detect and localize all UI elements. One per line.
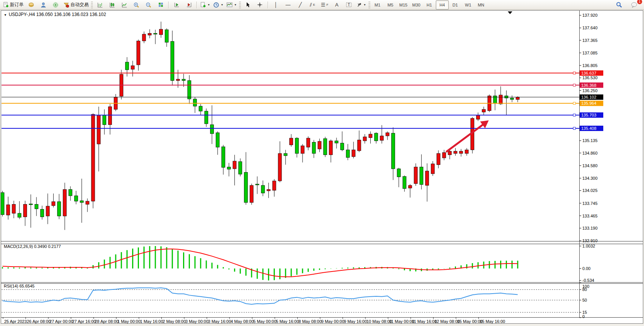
price-tick-label: 137.365 xyxy=(582,38,598,43)
timeframe-buttons: M1M5M15M30H1H4D1W1MN xyxy=(371,0,488,10)
zoom-out-button[interactable] xyxy=(142,0,155,10)
text-button[interactable]: A xyxy=(331,0,343,10)
macd-tick-label: -0.534 xyxy=(582,278,594,283)
price-tick-label: 136.250 xyxy=(582,88,598,93)
rsi-tick-label: 0 xyxy=(582,314,585,319)
price-tick-label: 133.465 xyxy=(582,214,598,218)
tab-timeframe-mn[interactable]: MN xyxy=(475,0,488,10)
trendline-button[interactable]: ╱ xyxy=(294,0,306,10)
chevron-down-icon: ▼ xyxy=(207,3,210,6)
price-tick-label: 132.910 xyxy=(582,238,598,243)
time-tick-label: 28 Apr 08:00 xyxy=(95,319,118,324)
auto-trading-icon xyxy=(63,2,69,8)
new-chart-button[interactable]: ▼ xyxy=(199,0,212,10)
auto-trading-label: 自动交易 xyxy=(70,2,89,8)
tab-timeframe-h4[interactable]: H4 xyxy=(436,0,449,10)
fibonacci-icon: ☰ xyxy=(321,2,325,7)
periods-button[interactable]: ▼ xyxy=(212,0,225,10)
bar-chart-icon xyxy=(97,2,103,8)
price-tick-label: 137.085 xyxy=(582,51,598,55)
toolbar-grip[interactable] xyxy=(91,2,93,8)
time-tick-label: 9 May 00:00 xyxy=(321,319,344,324)
fibonacci-button[interactable]: ☰F xyxy=(319,0,331,10)
price-tick-label: 136.805 xyxy=(582,63,598,68)
chat-button[interactable]: 1 xyxy=(628,0,640,10)
indicators-icon xyxy=(226,2,233,8)
time-tick-label: 1 May 00:00 xyxy=(118,319,141,324)
horizontal-line-button[interactable]: — xyxy=(282,0,294,10)
macd-tick-label: 1.0032 xyxy=(582,244,595,248)
indicators-button[interactable]: ▼ xyxy=(225,0,238,10)
tab-timeframe-h1[interactable]: H1 xyxy=(423,0,436,10)
signals-icon xyxy=(53,2,59,8)
cursor-icon xyxy=(245,2,250,8)
crosshair-button[interactable] xyxy=(254,0,266,10)
candle-chart-button[interactable] xyxy=(106,0,118,10)
price-tag-label: 135.703 xyxy=(581,113,596,117)
tile-windows-button[interactable] xyxy=(155,0,167,10)
time-tick-label: 11 May 00:00 xyxy=(389,319,414,324)
time-tick-label: 2 May 08:00 xyxy=(163,319,186,324)
chart-canvas[interactable]: 137.920137.640137.365137.085136.805136.5… xyxy=(0,0,644,326)
price-tick-label: 133.745 xyxy=(582,201,598,206)
time-tick-label: 12 May 08:00 xyxy=(435,319,460,324)
quotes-button[interactable] xyxy=(25,0,37,10)
bar-chart-button[interactable] xyxy=(94,0,106,10)
vertical-line-button[interactable]: │ xyxy=(270,0,282,10)
line-chart-icon xyxy=(121,2,127,8)
vertical-line-icon: │ xyxy=(274,2,277,7)
tab-timeframe-m5[interactable]: M5 xyxy=(384,0,397,10)
signals-button[interactable] xyxy=(49,0,62,10)
auto-trading-button[interactable]: 自动交易 xyxy=(62,0,90,10)
auto-scroll-icon xyxy=(174,2,180,8)
trendline-icon: ╱ xyxy=(299,2,302,7)
new-order-icon xyxy=(3,2,9,8)
toolbar-grip[interactable] xyxy=(368,2,370,8)
macd-tick-label: 0.00 xyxy=(582,266,590,271)
label-button[interactable]: T xyxy=(343,0,355,10)
market-watch-button[interactable] xyxy=(37,0,49,10)
auto-scroll-button[interactable] xyxy=(171,0,183,10)
time-tick-label: 5 May 00:00 xyxy=(253,319,277,324)
time-tick-label: 27 Apr 16:00 xyxy=(72,319,96,324)
channel-icon: ⫽ xyxy=(310,2,312,7)
cursor-button[interactable] xyxy=(242,0,254,10)
tab-timeframe-w1[interactable]: W1 xyxy=(462,0,475,10)
rsi-tick-label: 50 xyxy=(582,298,587,302)
search-button[interactable] xyxy=(613,0,625,10)
tab-timeframe-m1[interactable]: M1 xyxy=(371,0,384,10)
chat-icon xyxy=(631,2,638,8)
price-tag-label: 136.637 xyxy=(581,71,596,75)
time-tick-label: 3 May 16:00 xyxy=(208,319,231,324)
notification-badge: 1 xyxy=(637,0,642,5)
line-chart-button[interactable] xyxy=(118,0,130,10)
channel-button[interactable]: ⫽E xyxy=(306,0,319,10)
chart-shift-button[interactable] xyxy=(183,0,195,10)
shapes-button[interactable]: ▼ xyxy=(355,0,368,10)
price-tick-label: 134.025 xyxy=(582,188,598,193)
time-tick-label: 3 May 00:00 xyxy=(185,319,209,324)
zoom-in-button[interactable] xyxy=(130,0,142,10)
new-order-label: 新订单 xyxy=(10,2,24,8)
price-tick-label: 136.530 xyxy=(582,75,598,80)
time-tick-label: 8 May 08:00 xyxy=(299,319,322,324)
price-tag-label: 136.368 xyxy=(581,83,596,88)
price-tick-label: 137.640 xyxy=(582,26,598,30)
time-tick-label: 15 May 16:00 xyxy=(480,319,505,324)
price-tag-label: 136.102 xyxy=(581,95,596,99)
tab-timeframe-d1[interactable]: D1 xyxy=(449,0,462,10)
tab-timeframe-m15[interactable]: M15 xyxy=(397,0,410,10)
main-toolbar: 新订单 自动交易 ▼ ▼ ▼ xyxy=(0,0,644,10)
time-tick-label: 26 Apr 08:00 xyxy=(27,319,51,324)
new-order-button[interactable]: 新订单 xyxy=(2,0,25,10)
line-handle xyxy=(573,102,575,104)
time-tick-label: 15 May 00:00 xyxy=(457,319,483,324)
text-icon: A xyxy=(335,2,338,7)
tab-timeframe-m30[interactable]: M30 xyxy=(410,0,423,10)
time-tick-label: 10 May 08:00 xyxy=(367,319,392,324)
time-tick-label: 9 May 16:00 xyxy=(344,319,367,324)
toolbar-grip[interactable] xyxy=(239,2,241,8)
zoom-in-icon xyxy=(133,2,139,8)
chart-window xyxy=(1,11,643,324)
price-tick-label: 134.580 xyxy=(582,163,598,168)
